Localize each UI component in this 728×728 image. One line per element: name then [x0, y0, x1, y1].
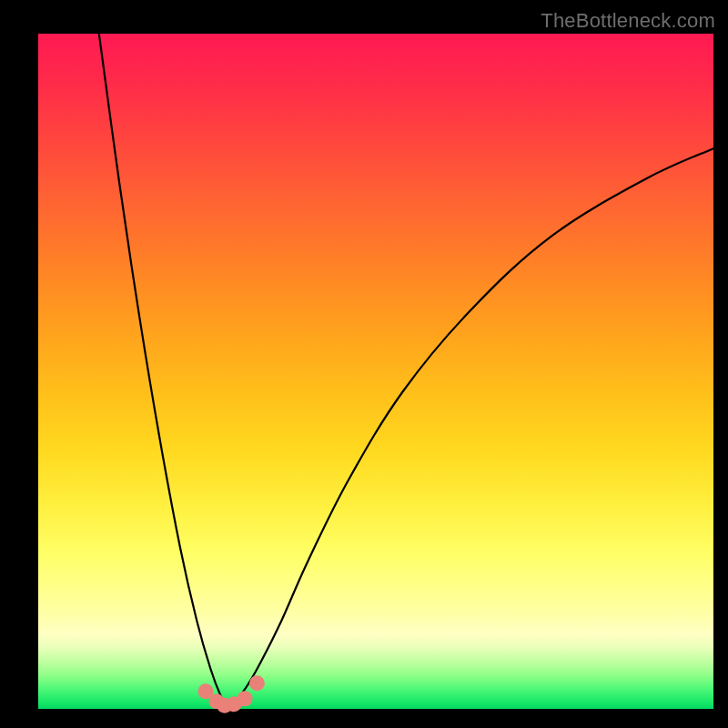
plot-area [38, 34, 713, 709]
chart-frame: TheBottleneck.com [0, 0, 728, 728]
curve-right-branch [229, 148, 713, 707]
marker-point [249, 675, 265, 691]
curve-left-branch [99, 34, 229, 707]
curve-layer [38, 34, 713, 709]
marker-point [238, 691, 253, 706]
marker-cluster [198, 675, 265, 713]
watermark-label: TheBottleneck.com [541, 9, 715, 33]
bottleneck-curve [99, 34, 713, 707]
